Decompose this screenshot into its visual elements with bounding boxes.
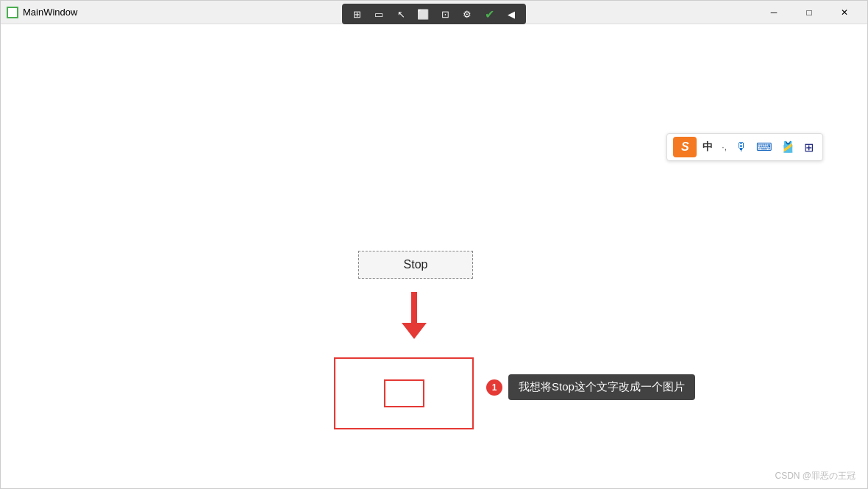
ime-grid-btn[interactable]: ⊞ xyxy=(801,139,817,156)
image-placeholder-inner xyxy=(384,379,424,407)
app-icon xyxy=(7,7,18,18)
rectangle-toolbar-btn[interactable]: ▭ xyxy=(369,6,389,22)
ime-tshirt-btn[interactable]: 🎽 xyxy=(778,139,798,155)
ime-keyboard-btn[interactable]: ⌨ xyxy=(753,139,775,155)
annotation-badge: 1 xyxy=(486,379,502,396)
grid-toolbar-btn[interactable]: ⊞ xyxy=(346,6,367,22)
image-placeholder-container xyxy=(334,357,474,429)
settings-toolbar-btn[interactable]: ⚙ xyxy=(457,6,477,22)
stop-button[interactable]: Stop xyxy=(358,251,473,279)
crop-toolbar-btn[interactable]: ⊡ xyxy=(435,6,455,22)
ime-mic-btn[interactable]: 🎙 xyxy=(733,139,750,155)
ime-chinese-btn[interactable]: 中 xyxy=(700,139,716,155)
maximize-button[interactable]: □ xyxy=(792,1,826,24)
close-button[interactable]: ✕ xyxy=(828,1,861,24)
frame-toolbar-btn[interactable]: ⬜ xyxy=(413,6,433,22)
check-toolbar-btn[interactable]: ✔ xyxy=(479,6,499,22)
cursor-toolbar-btn[interactable]: ↖ xyxy=(391,6,411,22)
minimize-button[interactable]: ─ xyxy=(757,1,791,24)
arrow-shaft xyxy=(411,292,417,324)
ime-dot-btn[interactable]: ·, xyxy=(719,140,730,154)
window-title: MainWindow xyxy=(23,7,77,18)
title-bar-left: MainWindow xyxy=(7,7,77,18)
title-bar: MainWindow ⊞ ▭ ↖ ⬜ ⊡ ⚙ ✔ ◀ ─ □ ✕ xyxy=(1,1,867,24)
toolbar: ⊞ ▭ ↖ ⬜ ⊡ ⚙ ✔ ◀ xyxy=(342,4,526,24)
annotation-text: 我想将Stop这个文字改成一个图片 xyxy=(508,374,695,400)
csdn-watermark: CSDN @罪恶の王冠 xyxy=(775,470,855,482)
ime-logo[interactable]: S xyxy=(673,137,697,157)
back-toolbar-btn[interactable]: ◀ xyxy=(501,6,522,22)
app-icon-inner xyxy=(8,8,17,17)
ime-toolbar: S 中 ·, 🎙 ⌨ 🎽 ⊞ xyxy=(666,133,823,161)
annotation: 1 我想将Stop这个文字改成一个图片 xyxy=(486,374,695,400)
main-content: S 中 ·, 🎙 ⌨ 🎽 ⊞ Stop 1 我想将Stop这个文字改成一个图片 … xyxy=(1,24,867,488)
window-controls: ─ □ ✕ xyxy=(757,1,861,24)
arrow-head xyxy=(402,323,427,339)
